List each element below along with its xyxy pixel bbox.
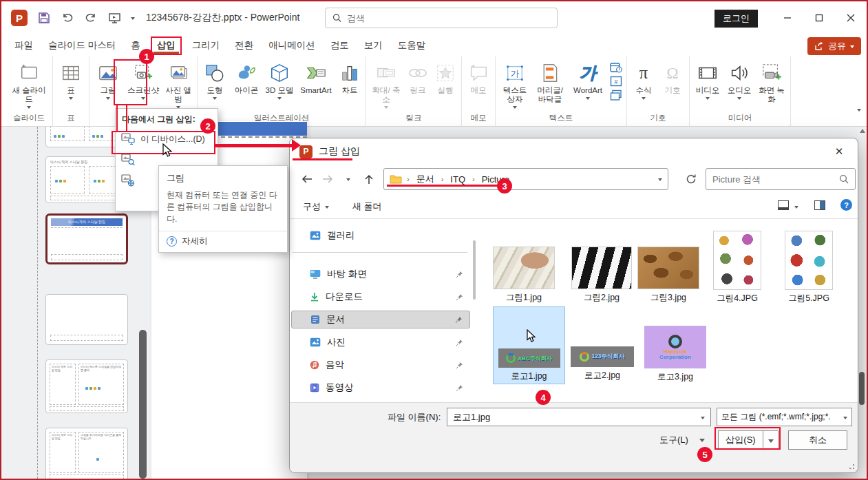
file-name-input[interactable] [453, 412, 701, 422]
file-item-grim3[interactable]: 그림3.jpg [634, 247, 703, 304]
3d-models-button[interactable]: 3D 모델 [263, 59, 296, 102]
photo-album-button[interactable]: 사진 앨범 [162, 59, 195, 111]
smartart-button[interactable]: SmartArt [296, 59, 336, 97]
view-mode-chevron-icon[interactable] [794, 206, 798, 209]
login-button[interactable]: 로그인 [714, 10, 758, 28]
header-footer-button[interactable]: 머리글/ 바닥글 [532, 59, 568, 106]
slide-panel-scrollbar[interactable] [139, 330, 147, 479]
window-controls [772, 1, 867, 34]
organize-button[interactable]: 구성 [303, 200, 329, 213]
menu-item-this-device[interactable]: 이 디바이스...(D) [116, 129, 218, 149]
save-icon[interactable] [37, 11, 51, 25]
tools-button[interactable]: 도구(L) [659, 430, 705, 449]
sidebar-item-documents[interactable]: 문서 [291, 311, 470, 328]
dialog-title: 그림 삽입 [319, 145, 360, 158]
recent-locations-chevron-icon[interactable] [338, 169, 359, 189]
view-mode-icon[interactable] [778, 200, 789, 210]
file-item-logo2[interactable]: 123주식회사 로고2.jpg [570, 346, 635, 382]
tab-file[interactable]: 파일 [8, 36, 39, 54]
picture-button[interactable]: 그림 [92, 59, 125, 102]
tools-chevron-icon [699, 439, 705, 442]
main-window-scrollbar[interactable] [858, 127, 867, 479]
tab-review[interactable]: 검토 [324, 36, 355, 54]
text-box-button[interactable]: 가 텍스트 상자 [498, 59, 532, 111]
sidebar-item-pictures[interactable]: 사진 [291, 333, 470, 351]
object-icon[interactable] [609, 89, 623, 101]
equation-button[interactable]: π 수식 [629, 59, 658, 102]
back-icon[interactable] [297, 169, 317, 189]
tab-help[interactable]: 도움말 [392, 36, 432, 54]
screen-recording-button[interactable]: 화면 녹화 [755, 59, 788, 106]
scrollbar-thumb[interactable] [859, 372, 865, 405]
collapse-ribbon-chevron-icon[interactable] [857, 112, 861, 122]
video-button[interactable]: 비디오 [692, 59, 723, 102]
audio-button[interactable]: 오디오 [723, 59, 755, 102]
maximize-button[interactable] [803, 1, 835, 34]
shapes-button[interactable]: 도형 [200, 59, 230, 102]
file-item-grim5[interactable]: 그림5.JPG [779, 231, 839, 304]
refresh-icon[interactable] [682, 171, 700, 189]
slide-thumbnail-5[interactable]: 마스터 제목 스타일 편집 마스터 텍스트 스타일을 편집하려면 클릭 [45, 359, 128, 413]
close-button[interactable] [835, 1, 867, 34]
search-input[interactable] [347, 13, 550, 23]
address-bar[interactable]: › 문서 › ITQ › Picture [383, 168, 668, 190]
sidebar-item-downloads[interactable]: 다운로드 [291, 288, 470, 306]
file-item-grim4[interactable]: 그림4.JPG [707, 231, 768, 304]
screenshot-button[interactable]: 스크린샷 [125, 59, 162, 102]
tab-draw[interactable]: 그리기 [186, 36, 226, 54]
file-item-grim2[interactable]: 그림2.jpg [567, 247, 636, 304]
redo-icon[interactable] [84, 11, 98, 25]
share-button[interactable]: 공유 [807, 37, 861, 55]
dialog-title-bar[interactable]: P 그림 삽입 [290, 138, 858, 165]
table-icon [61, 61, 81, 85]
new-folder-button[interactable]: 새 폴더 [352, 200, 382, 213]
file-item-logo1-selected[interactable]: ABC주식회사 로고1.jpg [493, 306, 565, 384]
tab-animations[interactable]: 애니메이션 [262, 36, 321, 54]
insert-split-button[interactable]: 삽입(S) [718, 430, 779, 450]
chart-button[interactable]: 차트 [336, 59, 363, 97]
slide-number-icon[interactable]: # [609, 75, 623, 87]
sidebar-item-desktop[interactable]: 바탕 화면 [291, 265, 470, 283]
scroll-up-icon[interactable] [860, 129, 865, 133]
preview-pane-icon[interactable] [814, 200, 825, 210]
minimize-button[interactable] [772, 1, 803, 34]
date-time-icon[interactable] [609, 61, 623, 73]
address-chevron-icon[interactable] [658, 178, 662, 181]
tab-insert[interactable]: 삽입 [154, 38, 179, 54]
breadcrumb-itq[interactable]: ITQ [448, 173, 467, 186]
wordart-button[interactable]: 가 WordArt [568, 59, 608, 102]
file-name-combo[interactable] [447, 408, 711, 426]
tab-slide-master[interactable]: 슬라이드 마스터 [42, 36, 122, 54]
search-box[interactable] [325, 8, 558, 28]
svg-text:π: π [639, 63, 648, 82]
tab-transitions[interactable]: 전환 [229, 36, 260, 54]
cancel-button[interactable]: 취소 [788, 430, 847, 450]
file-item-grim1[interactable]: 그림1.jpg [488, 247, 560, 304]
new-slide-button[interactable]: 새 슬라이드 [8, 59, 50, 111]
dialog-close-icon[interactable] [827, 143, 851, 160]
tooltip-more-link[interactable]: 자세히 [167, 236, 208, 247]
resize-grip[interactable] [847, 461, 855, 470]
sidebar-item-videos[interactable]: 동영상 [291, 379, 470, 397]
sidebar-item-gallery[interactable]: 갤러리 [291, 227, 470, 244]
slide-thumbnail-6[interactable]: 마스터 제목 스타일 편집 그림을 추가하려면 아이콘을 클릭하십시오 [45, 428, 128, 479]
dialog-help-icon[interactable] [840, 199, 852, 211]
tab-view[interactable]: 보기 [358, 36, 389, 54]
up-icon[interactable] [359, 169, 379, 189]
file-item-logo3[interactable]: Hankook Corporation 로고3.jpg [644, 326, 707, 383]
sidebar-item-music[interactable]: 음악 [291, 356, 470, 374]
slide-thumbnail-4[interactable] [45, 294, 128, 345]
undo-icon[interactable] [61, 11, 74, 25]
icons-button[interactable]: 아이콘 [230, 59, 263, 97]
group-label-comments: 메모 [464, 112, 493, 126]
insert-chevron-icon[interactable] [763, 431, 778, 449]
customize-qat-chevron-icon[interactable] [131, 17, 135, 20]
file-type-combo[interactable]: 모든 그림 (*.emf;*.wmf;*.jpg;*. [717, 408, 852, 426]
sidebar-scrollbar[interactable] [473, 240, 476, 300]
table-button[interactable]: 표 [55, 59, 87, 102]
forward-icon[interactable] [317, 169, 338, 189]
dialog-search-box[interactable] [706, 168, 856, 190]
dialog-search-input[interactable] [712, 174, 839, 185]
slide-thumbnail-3-selected[interactable]: 마스터 제목 스타일 편집 [45, 213, 128, 264]
start-slideshow-icon[interactable] [107, 11, 121, 25]
